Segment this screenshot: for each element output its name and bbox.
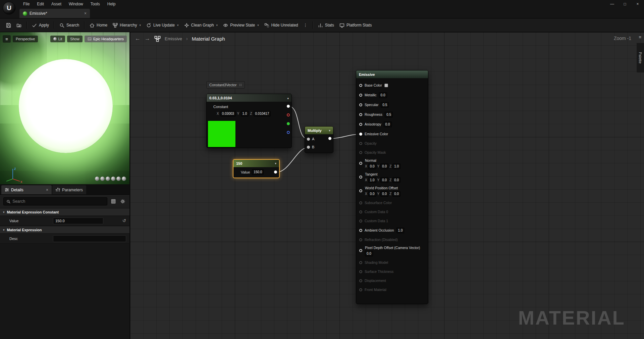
output-pin-r[interactable] bbox=[287, 113, 290, 116]
pin-circle[interactable] bbox=[359, 142, 362, 145]
chevron-down-icon[interactable]: ▾ bbox=[329, 129, 330, 132]
material-graph-canvas[interactable]: ← → Emissive › Material Graph Zoom -1 ≡ … bbox=[130, 32, 644, 339]
stats-button[interactable]: Stats bbox=[315, 21, 337, 30]
tangent-y[interactable]: 0.0 bbox=[380, 177, 388, 183]
more-options-button[interactable]: ⋮ bbox=[301, 21, 310, 30]
input-pin-b[interactable] bbox=[307, 146, 310, 149]
pin-circle[interactable] bbox=[359, 84, 362, 87]
show-button[interactable]: Show bbox=[67, 36, 83, 42]
pin-custom-data-0[interactable]: Custom Data 0 bbox=[359, 209, 425, 215]
close-icon[interactable]: × bbox=[631, 0, 644, 8]
material-result-node-header[interactable]: Emissive bbox=[356, 70, 428, 78]
pin-subsurface-color[interactable]: Subsurface Color bbox=[359, 200, 425, 206]
hierarchy-button[interactable]: Hierarchy ▾ bbox=[110, 21, 144, 30]
menu-file[interactable]: File bbox=[19, 0, 33, 8]
output-pin-rgb[interactable] bbox=[287, 105, 290, 108]
pin-emissive-color[interactable]: Emissive Color bbox=[359, 131, 425, 137]
pin-circle[interactable] bbox=[359, 279, 362, 282]
pin-circle[interactable] bbox=[359, 123, 362, 126]
home-button[interactable]: Home bbox=[87, 21, 110, 30]
pin-front-material[interactable]: Front Material bbox=[359, 287, 425, 293]
platform-stats-button[interactable]: Platform Stats bbox=[337, 21, 374, 30]
search-button[interactable]: Search bbox=[57, 21, 82, 30]
preview-state-button[interactable]: Preview State ▾ bbox=[220, 21, 262, 30]
breadcrumb-asset[interactable]: Emissive bbox=[165, 36, 182, 41]
menu-tools[interactable]: Tools bbox=[87, 0, 104, 8]
viewport-menu-button[interactable]: ≡ bbox=[3, 35, 11, 43]
pin-circle[interactable] bbox=[359, 288, 362, 291]
constant-150-node-header[interactable]: 150 ▾ bbox=[233, 160, 279, 167]
preview-mesh-sphere-button[interactable] bbox=[100, 177, 105, 181]
pin-circle[interactable] bbox=[359, 270, 362, 273]
preview-mesh-plane-button[interactable] bbox=[106, 177, 110, 181]
pin-base-color[interactable]: Base Color bbox=[359, 82, 425, 89]
pin-surface-thickness[interactable]: Surface Thickness bbox=[359, 269, 425, 275]
pin-circle[interactable] bbox=[359, 238, 362, 241]
pin-value[interactable]: 0.5 bbox=[385, 112, 393, 117]
scene-preview-button[interactable]: Epic Headquarters bbox=[85, 36, 127, 42]
tab-emissive[interactable]: Emissive* × bbox=[19, 9, 90, 18]
constant-150-output-pin[interactable] bbox=[274, 171, 277, 174]
menu-asset[interactable]: Asset bbox=[48, 0, 65, 8]
pin-normal[interactable]: Normal X 0.0 Y 0.0 Z 1.0 bbox=[359, 158, 425, 169]
pin-metallic[interactable]: Metallic 0.0 bbox=[359, 92, 425, 98]
pin-circle[interactable] bbox=[359, 220, 362, 223]
tangent-z[interactable]: 0.0 bbox=[392, 177, 400, 183]
output-pin-g[interactable] bbox=[287, 122, 290, 125]
base-color-swatch[interactable] bbox=[384, 84, 388, 87]
unreal-logo[interactable]: U bbox=[3, 2, 15, 14]
pin-circle[interactable] bbox=[359, 189, 362, 192]
perspective-button[interactable]: Perspective bbox=[13, 36, 38, 42]
clean-graph-button[interactable]: Clean Graph ▾ bbox=[181, 21, 221, 30]
nav-back-icon[interactable]: ← bbox=[135, 35, 141, 42]
pin-refraction[interactable]: Refraction (Disabled) bbox=[359, 237, 425, 243]
collapse-up-icon[interactable]: ▴ bbox=[287, 96, 289, 100]
pin-circle[interactable] bbox=[359, 103, 362, 106]
tangent-x[interactable]: 1.0 bbox=[368, 177, 376, 183]
pin-roughness[interactable]: Roughness 0.5 bbox=[359, 111, 425, 118]
details-tab-close-icon[interactable]: × bbox=[46, 188, 48, 192]
pin-pixel-depth-offset[interactable]: Pixel Depth Offset (Camera Vector) 0.0 bbox=[359, 246, 425, 256]
pin-circle[interactable] bbox=[359, 133, 362, 136]
constant-color-swatch[interactable] bbox=[208, 120, 236, 147]
details-search-input[interactable] bbox=[12, 199, 104, 204]
pin-circle[interactable] bbox=[359, 176, 362, 179]
browse-button[interactable] bbox=[14, 21, 24, 30]
pin-value[interactable]: 0.5 bbox=[381, 102, 389, 108]
pin-custom-data-1[interactable]: Custom Data 1 bbox=[359, 218, 425, 224]
pin-circle[interactable] bbox=[359, 151, 362, 154]
details-search-box[interactable] bbox=[3, 197, 107, 205]
wpo-x[interactable]: 0.0 bbox=[368, 191, 376, 197]
menu-window[interactable]: Window bbox=[65, 0, 87, 8]
z-value[interactable]: 0.010417 bbox=[254, 111, 271, 116]
nav-forward-icon[interactable]: → bbox=[145, 35, 150, 42]
reset-to-default-icon[interactable]: ↺ bbox=[122, 218, 126, 223]
graph-list-icon[interactable]: ≡ bbox=[639, 35, 641, 40]
input-pin-a[interactable] bbox=[307, 138, 310, 141]
save-button[interactable] bbox=[3, 21, 14, 30]
pin-shading-model[interactable]: Shading Model bbox=[359, 259, 425, 265]
pin-value[interactable]: 0.0 bbox=[379, 92, 387, 98]
pin-circle[interactable] bbox=[359, 249, 362, 252]
pin-circle[interactable] bbox=[359, 201, 362, 204]
menu-edit[interactable]: Edit bbox=[33, 0, 48, 8]
constant-150-node[interactable]: 150 ▾ Value 150.0 bbox=[233, 159, 280, 178]
pin-circle[interactable] bbox=[359, 113, 362, 116]
normal-x[interactable]: 0.0 bbox=[368, 163, 376, 169]
desc-input[interactable] bbox=[53, 235, 126, 242]
pin-value[interactable]: 0.0 bbox=[384, 122, 392, 127]
hide-unrelated-button[interactable]: Hide Unrelated bbox=[262, 21, 301, 30]
preview-mesh-material-ball-button[interactable] bbox=[122, 177, 126, 181]
chevron-down-icon[interactable]: ▾ bbox=[275, 162, 276, 165]
material-result-node[interactable]: Emissive Base Color Metallic 0.0 bbox=[356, 70, 428, 304]
pin-world-position-offset[interactable]: World Position Offset X 0.0 Y 0.0 Z 0.0 bbox=[359, 186, 425, 197]
tab-details[interactable]: Details × bbox=[1, 185, 52, 194]
value-input[interactable] bbox=[53, 217, 103, 224]
wpo-y[interactable]: 0.0 bbox=[380, 191, 388, 197]
normal-z[interactable]: 1.0 bbox=[392, 163, 400, 169]
pin-ambient-occlusion[interactable]: Ambient Occlusion 1.0 bbox=[359, 227, 425, 234]
x-value[interactable]: 0.03003 bbox=[220, 111, 236, 116]
menu-help[interactable]: Help bbox=[104, 0, 119, 8]
maximize-icon[interactable]: □ bbox=[619, 0, 631, 8]
live-update-button[interactable]: Live Update ▾ bbox=[144, 21, 181, 30]
